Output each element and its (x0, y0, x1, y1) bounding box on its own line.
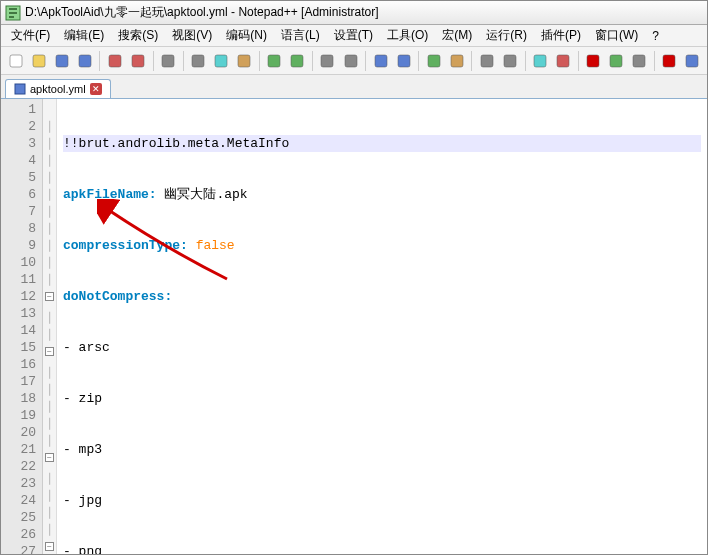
menu-window[interactable]: 窗口(W) (589, 25, 644, 46)
menu-view[interactable]: 视图(V) (166, 25, 218, 46)
stop-icon (684, 53, 700, 69)
close-all-button[interactable] (127, 50, 148, 72)
svg-rect-1 (10, 55, 22, 67)
line-number: 7 (3, 203, 36, 220)
fold-line: │ (43, 203, 56, 220)
menu-plugins[interactable]: 插件(P) (535, 25, 587, 46)
line-number: 1 (3, 101, 36, 118)
menu-tools[interactable]: 工具(O) (381, 25, 434, 46)
print-button[interactable] (157, 50, 178, 72)
close-all-icon (130, 53, 146, 69)
copy-button[interactable] (211, 50, 232, 72)
svg-rect-26 (663, 55, 675, 67)
record-button[interactable] (659, 50, 680, 72)
menu-help[interactable]: ? (646, 27, 665, 45)
line-number: 26 (3, 526, 36, 543)
stop-button[interactable] (682, 50, 703, 72)
svg-rect-28 (15, 84, 25, 94)
undo-icon (266, 53, 282, 69)
sync-button[interactable] (423, 50, 444, 72)
line-number: 8 (3, 220, 36, 237)
new-file-icon (8, 53, 24, 69)
separator (99, 51, 100, 71)
fold-toggle[interactable]: − (45, 292, 54, 301)
zoom-out-icon (396, 53, 412, 69)
save-all-button[interactable] (74, 50, 95, 72)
redo-button[interactable] (287, 50, 308, 72)
line-number: 27 (3, 543, 36, 555)
code-line: - jpg (63, 492, 701, 509)
menu-settings[interactable]: 设置(T) (328, 25, 379, 46)
tab-apktool-yml[interactable]: apktool.yml ✕ (5, 79, 111, 98)
find-button[interactable] (317, 50, 338, 72)
save-all-icon (77, 53, 93, 69)
svg-rect-20 (504, 55, 516, 67)
new-file-button[interactable] (5, 50, 26, 72)
save-button[interactable] (51, 50, 72, 72)
line-number: 4 (3, 152, 36, 169)
svg-rect-7 (162, 55, 174, 67)
fold-line: │ (43, 271, 56, 288)
line-number: 15 (3, 339, 36, 356)
fold-line: │ (43, 220, 56, 237)
separator (183, 51, 184, 71)
menu-run[interactable]: 运行(R) (480, 25, 533, 46)
close-button[interactable] (104, 50, 125, 72)
undo-button[interactable] (264, 50, 285, 72)
line-number: 11 (3, 271, 36, 288)
svg-rect-6 (132, 55, 144, 67)
fold-button[interactable] (529, 50, 550, 72)
fold-toggle[interactable]: − (45, 347, 54, 356)
line-number: 6 (3, 186, 36, 203)
close-icon[interactable]: ✕ (90, 83, 102, 95)
lang-button[interactable] (553, 50, 574, 72)
fold-line: │ (43, 169, 56, 186)
fold-line: │ (43, 364, 56, 381)
macro-play-button[interactable] (606, 50, 627, 72)
svg-rect-21 (534, 55, 546, 67)
indent-button[interactable] (499, 50, 520, 72)
wrap-icon (449, 53, 465, 69)
menu-edit[interactable]: 编辑(E) (58, 25, 110, 46)
svg-rect-19 (481, 55, 493, 67)
open-file-button[interactable] (28, 50, 49, 72)
tabbar: apktool.yml ✕ (1, 75, 707, 99)
indent-icon (502, 53, 518, 69)
macro-stop-button[interactable] (629, 50, 650, 72)
line-number: 23 (3, 475, 36, 492)
show-all-icon (479, 53, 495, 69)
code-area[interactable]: !!brut.androlib.meta.MetaInfo apkFileNam… (57, 99, 707, 555)
fold-line: │ (43, 254, 56, 271)
svg-rect-22 (557, 55, 569, 67)
fold-toggle[interactable]: − (45, 453, 54, 462)
zoom-in-button[interactable] (370, 50, 391, 72)
fold-toggle[interactable]: − (45, 542, 54, 551)
zoom-out-button[interactable] (393, 50, 414, 72)
menu-encoding[interactable]: 编码(N) (220, 25, 273, 46)
fold-line: │ (43, 398, 56, 415)
lang-icon (555, 53, 571, 69)
menu-language[interactable]: 语言(L) (275, 25, 326, 46)
svg-rect-5 (109, 55, 121, 67)
menu-search[interactable]: 搜索(S) (112, 25, 164, 46)
macro-rec-button[interactable] (583, 50, 604, 72)
fold-line: │ (43, 118, 56, 135)
fold-line: │ (43, 237, 56, 254)
menu-macro[interactable]: 宏(M) (436, 25, 478, 46)
window-title: D:\ApkToolAid\九零一起玩\apktool.yml - Notepa… (25, 4, 378, 21)
replace-button[interactable] (340, 50, 361, 72)
line-number: 24 (3, 492, 36, 509)
copy-icon (213, 53, 229, 69)
open-file-icon (31, 53, 47, 69)
code-line: compressionType: false (63, 237, 701, 254)
svg-rect-16 (398, 55, 410, 67)
cut-button[interactable] (188, 50, 209, 72)
tab-label: apktool.yml (30, 83, 86, 95)
svg-rect-14 (345, 55, 357, 67)
show-all-button[interactable] (476, 50, 497, 72)
menu-file[interactable]: 文件(F) (5, 25, 56, 46)
cut-icon (190, 53, 206, 69)
paste-button[interactable] (234, 50, 255, 72)
wrap-button[interactable] (446, 50, 467, 72)
line-number: 13 (3, 305, 36, 322)
